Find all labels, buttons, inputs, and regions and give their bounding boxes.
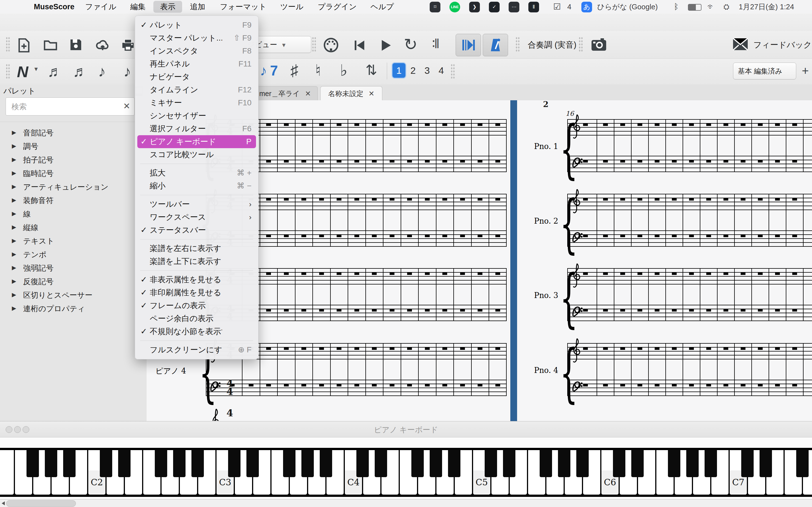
drag-handle[interactable] xyxy=(6,37,10,52)
black-key-Fs6[interactable] xyxy=(668,450,680,477)
metronome-toggle[interactable] xyxy=(483,34,508,56)
black-key-Cs6[interactable] xyxy=(613,450,625,477)
black-key-Gs5[interactable] xyxy=(558,450,570,477)
ime-label[interactable]: ひらがな (Google) xyxy=(597,0,658,13)
black-key-Ds6[interactable] xyxy=(631,450,644,477)
voice-button-2[interactable]: 2 xyxy=(407,63,419,78)
disclosure-triangle-icon[interactable]: ▶ xyxy=(12,156,16,163)
black-key-Gs4[interactable] xyxy=(430,450,442,477)
view-menu-item-16[interactable]: 楽譜を左右に表示する xyxy=(137,242,256,255)
ime-badge-icon[interactable]: あ xyxy=(581,2,592,12)
view-menu-item-15[interactable]: ✓ステータスバー xyxy=(137,224,256,237)
loop-playback-button[interactable]: ↻ xyxy=(404,35,417,54)
black-key-Cs4[interactable] xyxy=(356,450,369,477)
menu-5[interactable]: ツール xyxy=(273,0,310,13)
scroll-left-arrow-icon[interactable] xyxy=(2,501,5,505)
menu-1[interactable]: 編集 xyxy=(123,0,152,13)
rewind-button[interactable] xyxy=(353,39,366,52)
view-menu-item-13[interactable]: ツールバー› xyxy=(137,198,256,211)
palette-item-12[interactable]: ▶区切りとスペーサー xyxy=(0,288,146,302)
control-center-icon[interactable]: ⛭ xyxy=(723,0,729,13)
disclosure-triangle-icon[interactable]: ▶ xyxy=(12,183,16,190)
chevron-down-icon[interactable]: ▼ xyxy=(33,66,39,72)
view-menu-item-7[interactable]: シンセサイザー xyxy=(137,109,256,122)
black-key-As4[interactable] xyxy=(448,450,460,477)
palette-item-11[interactable]: ▶反復記号 xyxy=(0,275,146,288)
menu-2[interactable]: 表示 xyxy=(153,1,182,13)
black-key-Fs7[interactable] xyxy=(796,450,809,477)
black-key-Cs7[interactable] xyxy=(741,450,754,477)
note-duration-button-2[interactable]: ♪ xyxy=(98,64,106,79)
black-key-Ds5[interactable] xyxy=(503,450,515,477)
bluetooth-icon[interactable]: ᛒ xyxy=(674,0,679,13)
view-menu-item-1[interactable]: マスター パレット...⇧ F9 xyxy=(137,32,256,45)
tab-1[interactable]: 名称未設定✕ xyxy=(320,86,382,101)
play-repeats-toggle[interactable] xyxy=(456,34,481,56)
black-key-As1[interactable] xyxy=(63,450,75,477)
black-key-Ds7[interactable] xyxy=(760,450,772,477)
palette-item-3[interactable]: ▶臨時記号 xyxy=(0,167,146,180)
piano-panel-title-bar[interactable]: ピアノ キーボード xyxy=(0,421,812,438)
view-menu-item-4[interactable]: ナビゲータ xyxy=(137,70,256,83)
black-key-Fs4[interactable] xyxy=(411,450,424,477)
palette-item-2[interactable]: ▶拍子記号 xyxy=(0,153,146,167)
palette-item-6[interactable]: ▶線 xyxy=(0,207,146,221)
palette-item-8[interactable]: ▶テキスト xyxy=(0,234,146,248)
window-app-icon[interactable]: ⋯ xyxy=(509,2,519,12)
voice-button-3[interactable]: 3 xyxy=(421,63,434,78)
ribbon-app-icon[interactable]: ✓ xyxy=(489,2,500,12)
note-input-button[interactable]: N xyxy=(17,62,28,81)
disclosure-triangle-icon[interactable]: ▶ xyxy=(12,278,16,284)
black-key-Cs2[interactable] xyxy=(100,450,112,477)
view-menu-item-11[interactable]: 拡大⌘ + xyxy=(137,166,256,179)
close-tab-icon[interactable]: ✕ xyxy=(305,90,311,98)
view-menu-item-9[interactable]: ✓ピアノ キーボードP xyxy=(137,135,256,148)
palette-item-10[interactable]: ▶強弱記号 xyxy=(0,262,146,275)
palette-search-input[interactable]: 検索 ✕ xyxy=(6,98,135,115)
app-menu[interactable]: MuseScore xyxy=(27,0,81,13)
notification-check-icon[interactable]: ☑ xyxy=(553,0,561,13)
play-button[interactable] xyxy=(380,39,392,52)
disclosure-triangle-icon[interactable]: ▶ xyxy=(12,196,16,203)
view-menu-item-21[interactable]: ページ余白の表示 xyxy=(137,312,256,325)
black-key-Fs2[interactable] xyxy=(155,450,167,477)
accidental-button-2[interactable]: ♭ xyxy=(340,62,347,78)
note-duration-button-3[interactable]: ♪ xyxy=(123,64,131,79)
view-menu-item-12[interactable]: 縮小⌘ − xyxy=(137,179,256,192)
disclosure-triangle-icon[interactable]: ▶ xyxy=(12,264,16,271)
view-menu-item-18[interactable]: ✓非表示属性を見せる xyxy=(137,273,256,286)
black-key-Fs1[interactable] xyxy=(27,450,39,477)
count-in-button[interactable]: ∶‖ xyxy=(432,36,439,51)
view-menu-item-8[interactable]: 選択フィルターF6 xyxy=(137,122,256,135)
rest-tie-button-0[interactable]: ♪ xyxy=(260,64,267,78)
menu-0[interactable]: ファイル xyxy=(79,0,123,13)
black-key-Ds3[interactable] xyxy=(246,450,259,477)
black-key-Gs6[interactable] xyxy=(686,450,699,477)
view-menu-item-10[interactable]: スコア比較ツール xyxy=(137,148,256,161)
close-tab-icon[interactable]: ✕ xyxy=(368,90,374,98)
voice-button-1[interactable]: 1 xyxy=(393,63,405,78)
black-key-As3[interactable] xyxy=(320,450,332,477)
disclosure-triangle-icon[interactable]: ▶ xyxy=(12,129,16,136)
accidental-button-0[interactable]: ♯ xyxy=(290,62,298,78)
print-button[interactable] xyxy=(121,38,135,51)
palette-item-0[interactable]: ▶音部記号 xyxy=(0,126,146,140)
add-workspace-button[interactable]: + xyxy=(802,64,809,78)
palette-item-4[interactable]: ▶アーティキュレーション xyxy=(0,180,146,194)
horizontal-scrollbar[interactable] xyxy=(0,499,812,507)
piano-keyboard[interactable]: C2C3C4C5C6C7 xyxy=(0,448,812,497)
black-key-Fs5[interactable] xyxy=(540,450,552,477)
clear-search-icon[interactable]: ✕ xyxy=(123,101,130,111)
menu-4[interactable]: フォーマット xyxy=(213,0,273,13)
palette-item-9[interactable]: ▶テンポ xyxy=(0,248,146,262)
black-key-Gs1[interactable] xyxy=(45,450,57,477)
black-key-Gs2[interactable] xyxy=(173,450,186,477)
black-key-Gs3[interactable] xyxy=(301,450,314,477)
disclosure-triangle-icon[interactable]: ▶ xyxy=(12,237,16,244)
feedback-button[interactable] xyxy=(732,37,748,51)
open-file-button[interactable] xyxy=(43,38,57,51)
black-key-Fs3[interactable] xyxy=(283,450,296,477)
view-menu-item-14[interactable]: ワークスペース› xyxy=(137,211,256,224)
midi-button[interactable] xyxy=(323,37,339,53)
disclosure-triangle-icon[interactable]: ▶ xyxy=(12,170,16,176)
